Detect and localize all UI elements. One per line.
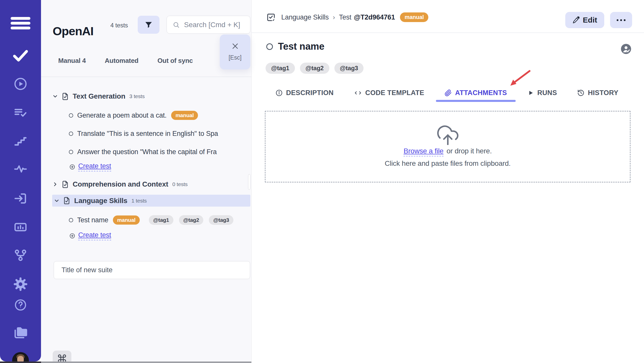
test-title: Test name [278,41,324,52]
edit-button-label: Edit [583,16,597,24]
tabs-divider [41,77,251,77]
manual-badge: manual [171,111,198,120]
new-suite-input[interactable] [54,261,250,279]
code-icon [354,89,362,97]
scrollbar-thumb[interactable] [248,174,250,190]
test-row-translate[interactable]: Translate "This is a sentence in English… [41,126,251,141]
bar-chart-icon[interactable] [13,220,28,234]
test-tags: @tag1 @tag2 @tag3 [266,63,364,74]
cloud-upload-icon [436,124,460,145]
close-icon [231,42,239,50]
suite-row-language-skills[interactable]: Language Skills 1 tests [52,195,250,207]
activity-icon[interactable] [14,163,27,175]
browse-file-link[interactable]: Browse a file [404,147,444,156]
file-dropzone[interactable]: Browse a file or drop it here. Click her… [265,111,631,183]
status-circle-icon [69,218,73,222]
tab-code-template[interactable]: CODE TEMPLATE [345,84,433,102]
steps-icon[interactable] [13,135,28,149]
test-row-capital[interactable]: Answer the question "What is the capital… [41,145,251,159]
command-key-button[interactable] [53,351,71,363]
tab-label: RUNS [537,89,557,97]
chevron-down-icon[interactable] [54,198,60,204]
check-icon[interactable] [12,49,29,63]
create-test-row[interactable]: Create test [41,161,251,173]
test-title-row: Test name [266,41,324,52]
test-name: Translate "This is a sentence in English… [77,130,218,138]
suite-count: 1 tests [131,198,147,204]
chevron-down-icon[interactable] [52,93,58,99]
git-branch-icon[interactable] [13,248,28,262]
test-detail-panel: Language Skills › Test @T2d964761 manual… [251,0,644,363]
tag-chip: @tag2 [179,215,204,225]
import-icon[interactable] [13,191,28,206]
tab-attachments[interactable]: ATTACHMENTS [436,84,516,102]
search-icon [172,21,180,29]
status-circle-icon [69,150,73,154]
paperclip-icon [445,89,452,97]
tag-chip: @tag1 [149,215,173,225]
search-box [167,16,250,34]
tag-chip: @tag3 [334,63,364,74]
create-test-row[interactable]: Create test [41,230,251,242]
tab-description[interactable]: DESCRIPTION [267,84,342,102]
tab-out-of-sync[interactable]: Out of sync [157,57,193,65]
test-row-poem[interactable]: Generate a poem about a cat. manual [41,108,251,122]
header-divider [252,32,644,33]
breadcrumb-test-label: Test [339,13,351,21]
tag-chip: @tag2 [300,63,329,74]
header-actions: Edit [565,12,632,28]
user-avatar[interactable] [12,352,29,361]
test-name: Test name [77,216,108,224]
suite-row-comprehension[interactable]: Comprehension and Context 0 tests [41,177,251,191]
suite-doc-check-icon [63,197,71,205]
test-row-test-name[interactable]: Test name manual @tag1 @tag2 @tag3 [41,213,251,227]
breadcrumb-test-id: @T2d964761 [354,13,395,21]
menu-icon[interactable] [11,15,30,32]
funnel-icon [144,21,153,29]
create-test-link[interactable]: Create test [78,231,111,240]
edit-button[interactable]: Edit [565,12,604,28]
detail-tabs: DESCRIPTION CODE TEMPLATE ATTACHMENTS RU… [267,84,627,102]
ellipsis-icon [617,19,626,21]
status-circle-icon [69,113,73,118]
icon-rail [0,0,41,361]
tab-history[interactable]: HISTORY [569,84,627,102]
tab-label: HISTORY [588,89,618,97]
test-name: Generate a poem about a cat. [77,112,167,119]
list-check-icon[interactable] [13,106,28,120]
tag-chip: @tag3 [209,215,233,225]
suite-doc-check-icon [61,180,69,188]
filter-button[interactable] [138,16,159,34]
chevron-right-icon[interactable] [52,181,58,187]
close-search-button[interactable]: [Esc] [220,34,250,69]
window-edge-dark [0,361,41,363]
suite-count: 3 tests [129,93,145,99]
assignee-avatar-icon[interactable] [621,44,631,54]
settings-gear-icon[interactable] [13,277,28,291]
folder-icon[interactable] [13,325,28,340]
tab-label: CODE TEMPLATE [365,89,424,97]
suite-count: 0 tests [172,181,188,187]
suite-name: Text Generation [73,92,125,100]
test-name: Answer the question "What is the capital… [77,148,217,156]
play-circle-icon[interactable] [13,77,28,91]
search-input[interactable] [184,21,250,29]
tab-automated[interactable]: Automated [105,57,138,65]
breadcrumb: Language Skills › Test @T2d964761 manual [266,10,428,25]
tab-runs[interactable]: RUNS [519,84,566,102]
tab-manual[interactable]: Manual 4 [58,57,86,65]
drop-hint-text: or drop it here. [447,147,492,155]
library-test-count: 4 tests [110,22,128,29]
more-options-button[interactable] [610,12,632,28]
plus-circle-icon [69,233,75,239]
suite-name: Language Skills [74,197,127,205]
create-test-link[interactable]: Create test [78,162,111,171]
status-circle-icon [69,132,73,136]
help-icon[interactable] [14,298,27,312]
suite-row-text-generation[interactable]: Text Generation 3 tests [41,89,251,103]
tab-label: ATTACHMENTS [455,89,507,97]
esc-hint-label: [Esc] [229,54,242,61]
tab-label: DESCRIPTION [286,89,334,97]
plus-circle-icon [69,164,75,170]
breadcrumb-suite[interactable]: Language Skills [281,13,329,21]
